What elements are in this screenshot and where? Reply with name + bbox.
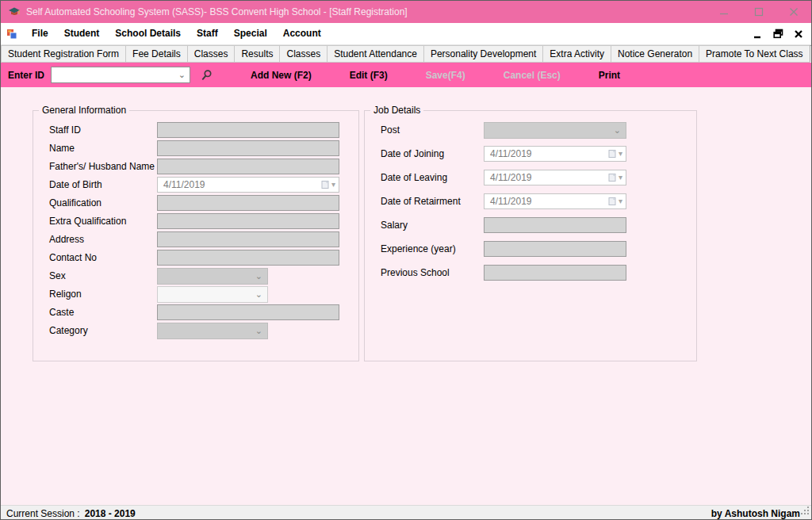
tabstrip: Student Registration FormFee DetailsClas… [1, 44, 811, 63]
sex-label: Sex [49, 270, 157, 281]
date-of-retairment-value: 4/11/2019 [490, 196, 608, 207]
post-label: Post [381, 124, 484, 136]
titlebar: Self Automated Schooling System (SASS)- … [1, 1, 811, 23]
form-row: Name [49, 140, 358, 156]
job-details-rows: Post⌄Date of Joining4/11/2019▾Date of Le… [365, 122, 696, 281]
menu-file[interactable]: File [24, 23, 56, 44]
category-label: Category [49, 325, 157, 336]
extra-qualification-label: Extra Qualification [49, 216, 157, 227]
form-row: Category⌄ [49, 323, 358, 338]
chevron-down-icon: ▾ [619, 197, 622, 205]
previous-school-label: Previous School [381, 267, 484, 278]
chevron-down-icon: ⌄ [255, 290, 262, 299]
chevron-down-icon: ▾ [619, 174, 622, 182]
tab-results[interactable]: Results [234, 45, 280, 63]
general-information-rows: Staff IDNameFather's/ Husband NameDate o… [33, 122, 358, 338]
form-row: Sex⌄ [49, 268, 358, 284]
date-of-leaving-datepicker: 4/11/2019▾ [484, 170, 626, 185]
menu-student[interactable]: Student [56, 23, 108, 44]
tab-notice-generaton[interactable]: Notice Generaton [611, 45, 699, 63]
mdi-controls [751, 28, 805, 40]
job-details-title: Job Details [370, 105, 423, 116]
menubar: FileStudentSchool DetailsStaffSpecialAcc… [1, 23, 811, 44]
contact-no-label: Contact No [49, 252, 157, 263]
window-title: Self Automated Schooling System (SASS)- … [26, 6, 707, 17]
maximize-button[interactable] [741, 1, 776, 23]
tab-fee-details[interactable]: Fee Details [125, 45, 188, 63]
date-of-retairment-label: Date of Retairment [381, 196, 484, 207]
menu-items: FileStudentSchool DetailsStaffSpecialAcc… [24, 23, 751, 44]
chevron-down-icon: ⌄ [255, 272, 262, 281]
menu-school-details[interactable]: School Details [107, 23, 189, 44]
salary-label: Salary [381, 220, 484, 231]
staff-id-label: Staff ID [49, 124, 157, 136]
chevron-down-icon: ⌄ [255, 327, 262, 335]
enter-id-combobox[interactable]: ⌄ [51, 67, 190, 83]
tab-student-registration-form[interactable]: Student Registration Form [1, 45, 126, 63]
tab-student-attendance[interactable]: Student Attendance [327, 45, 424, 63]
religon-label: Religon [49, 289, 157, 300]
close-button[interactable] [776, 1, 811, 23]
name-input [157, 140, 339, 156]
calendar-icon [608, 149, 617, 159]
tab-pramote-to-next-class[interactable]: Pramote To Next Class [699, 45, 810, 63]
print-button[interactable]: Print [599, 70, 620, 81]
form-row: Date of Joining4/11/2019▾ [381, 146, 696, 162]
general-information-groupbox: General Information Staff IDNameFather's… [33, 105, 359, 361]
resize-grip-icon[interactable] [801, 507, 810, 518]
mdi-restore-button[interactable] [772, 28, 784, 40]
extra-qualification-input [157, 213, 339, 229]
calendar-icon [608, 197, 617, 206]
experience-year-input [484, 241, 626, 257]
form-row: Qualification [49, 195, 358, 211]
father-s-husband-name-label: Father's/ Husband Name [49, 161, 157, 172]
menu-staff[interactable]: Staff [189, 23, 226, 44]
address-input [157, 231, 339, 247]
tab-personality-development[interactable]: Personality Development [423, 45, 543, 63]
add-new-f2-button[interactable]: Add New (F2) [251, 70, 312, 81]
salary-input [484, 217, 626, 233]
minimize-button[interactable] [707, 1, 741, 23]
date-of-birth-label: Date of Birth [49, 179, 157, 190]
date-of-joining-value: 4/11/2019 [490, 148, 608, 159]
form-row: Contact No [49, 250, 358, 266]
app-window: Self Automated Schooling System (SASS)- … [0, 0, 812, 520]
contact-no-input [157, 250, 339, 266]
menu-special[interactable]: Special [226, 23, 275, 44]
form-row: Date of Leaving4/11/2019▾ [381, 170, 696, 185]
name-label: Name [49, 143, 157, 154]
previous-school-input [484, 265, 626, 281]
chevron-down-icon: ⌄ [614, 126, 621, 135]
religon-combobox[interactable]: ⌄ [157, 286, 268, 303]
search-icon[interactable] [201, 69, 213, 82]
edit-f3-button[interactable]: Edit (F3) [350, 70, 388, 81]
form-row: Address [49, 231, 358, 247]
qualification-label: Qualification [49, 197, 157, 208]
form-row: Religon⌄ [49, 286, 358, 302]
chevron-down-icon: ▾ [619, 150, 622, 158]
date-of-joining-datepicker: 4/11/2019▾ [484, 146, 626, 162]
statusbar: Current Session : 2018 - 2019 by Ashutos… [1, 505, 811, 520]
chevron-down-icon: ▾ [331, 181, 335, 189]
mdi-close-button[interactable] [792, 28, 805, 40]
chevron-down-icon: ⌄ [178, 71, 186, 79]
tab-classes-2[interactable]: Classes [187, 45, 236, 63]
cancel-esc-button: Cancel (Esc) [504, 70, 561, 81]
menu-account[interactable]: Account [275, 23, 329, 44]
mdi-minimize-button[interactable] [751, 28, 764, 40]
form-row: Father's/ Husband Name [49, 159, 358, 174]
staff-id-input [157, 122, 339, 138]
caste-input [157, 304, 339, 320]
tab-classes-4[interactable]: Classes [279, 45, 327, 63]
calendar-icon [608, 173, 617, 182]
current-session-value: 2018 - 2019 [85, 508, 136, 519]
form-row: Previous School [381, 265, 696, 281]
form-row: Salary [381, 217, 696, 233]
date-of-retairment-datepicker: 4/11/2019▾ [484, 193, 626, 209]
date-of-joining-label: Date of Joining [381, 148, 484, 159]
form-row: Date of Retairment4/11/2019▾ [381, 193, 696, 209]
app-icon [8, 6, 21, 18]
tab-staff-registration[interactable]: Staff Registration [810, 45, 812, 63]
qualification-input [157, 195, 339, 211]
tab-extra-activity[interactable]: Extra Activity [542, 45, 611, 63]
